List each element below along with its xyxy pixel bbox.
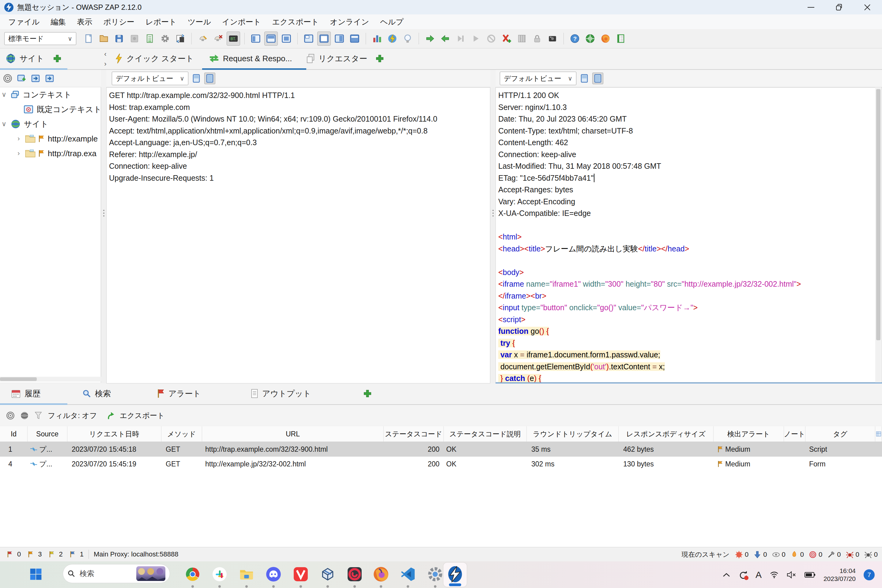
persist-session-icon[interactable]: [112, 32, 126, 46]
menu-item-編集[interactable]: 編集: [51, 17, 66, 27]
tab-request-response[interactable]: Request & Respo...: [209, 48, 292, 69]
export-context-icon[interactable]: [45, 74, 54, 83]
windows-start-button[interactable]: [26, 564, 46, 584]
column-header-1[interactable]: Id: [0, 426, 28, 442]
taskbar-explorer-icon[interactable]: [237, 564, 256, 584]
tabs-expand-icon[interactable]: [317, 32, 331, 46]
alerts-low-flag[interactable]: 2: [49, 550, 63, 558]
tray-ime-indicator[interactable]: A: [756, 570, 762, 580]
taskbar-virtualbox-icon[interactable]: [318, 564, 338, 584]
sites-tree-panel[interactable]: ∨ コンテキスト 既定コンテキスト ∨ サイト › http://example…: [0, 87, 101, 383]
request-view-full-button[interactable]: [204, 73, 215, 84]
burst-scan-icon[interactable]: 0: [735, 550, 748, 559]
import-context-icon[interactable]: [31, 74, 40, 83]
tree-item-default-context[interactable]: 既定コンテキスト: [0, 102, 101, 117]
tray-sync-icon[interactable]: [738, 570, 747, 579]
edit-breakpoint-icon[interactable]: [196, 32, 210, 46]
mode-select[interactable]: 標準モード ∨: [4, 32, 76, 45]
taskbar-search-input[interactable]: 検索: [63, 564, 170, 583]
tree-item-site-example[interactable]: › http://example: [0, 131, 101, 146]
filter-grid-icon[interactable]: [515, 32, 529, 46]
attack-scan-icon[interactable]: 0: [827, 550, 841, 559]
tree-hscrollbar[interactable]: [0, 376, 101, 382]
request-response-splitter[interactable]: [490, 87, 495, 383]
session-properties-icon[interactable]: [143, 32, 156, 46]
minimize-button[interactable]: [797, 0, 825, 14]
menu-item-ポリシー[interactable]: ポリシー: [103, 17, 135, 27]
spider-refresh-icon[interactable]: [386, 32, 399, 46]
taskbar-slack-icon[interactable]: [210, 564, 230, 584]
drop-icon[interactable]: [484, 32, 498, 46]
show-tree-icon[interactable]: [370, 32, 384, 46]
camera-icon[interactable]: [546, 32, 559, 46]
open-session-icon[interactable]: [97, 32, 111, 46]
flame-scan-icon[interactable]: 0: [790, 550, 804, 559]
request-view-split-button[interactable]: [191, 73, 202, 84]
tray-wifi-icon[interactable]: [770, 571, 779, 579]
new-session-icon[interactable]: [82, 32, 95, 46]
taskbar-vscode-icon[interactable]: [398, 564, 418, 584]
notes-icon[interactable]: [614, 32, 627, 46]
tree-item-contexts[interactable]: ∨ コンテキスト: [0, 87, 101, 102]
chevron-expanded-icon[interactable]: ∨: [0, 91, 8, 99]
column-header-9[interactable]: レスポンスボディサイズ: [619, 426, 714, 442]
tab-requester[interactable]: リクエスター: [306, 48, 367, 69]
chevron-collapsed-icon[interactable]: ›: [15, 150, 22, 158]
taskbar-discord-icon[interactable]: [264, 564, 283, 584]
funnel-icon[interactable]: [34, 411, 42, 420]
response-vscrollbar[interactable]: [875, 87, 881, 382]
spider-scan-icon[interactable]: 0: [846, 550, 860, 559]
tray-clock[interactable]: 16:04 2023/07/20: [824, 567, 856, 583]
notification-badge[interactable]: 7: [864, 569, 874, 580]
response-view-full-button[interactable]: [592, 73, 603, 84]
chevron-expanded-icon[interactable]: ∨: [0, 120, 8, 128]
tab-alerts[interactable]: アラート: [157, 383, 201, 404]
taskbar-firefox-icon[interactable]: [371, 564, 391, 584]
layout-above-icon[interactable]: [264, 32, 278, 46]
continue-icon[interactable]: [469, 32, 483, 46]
column-header-5[interactable]: URL: [202, 426, 384, 442]
request-editor[interactable]: GET http://trap.example.com/32/32-900.ht…: [106, 87, 490, 383]
restore-button[interactable]: [825, 0, 853, 14]
break-add-icon[interactable]: [500, 32, 513, 46]
response-view-select[interactable]: デフォルトビュー ∨: [500, 72, 576, 85]
table-options-icon[interactable]: [875, 426, 882, 442]
break-tab-icon[interactable]: BT.: [226, 32, 240, 46]
alerts-info-flag[interactable]: 1: [69, 550, 84, 558]
new-context-icon[interactable]: [16, 74, 26, 83]
menu-item-ファイル[interactable]: ファイル: [8, 17, 39, 27]
tab-sites[interactable]: サイト: [6, 48, 44, 69]
tab-quick-start[interactable]: クイック スタート: [115, 48, 194, 69]
open-browser-icon[interactable]: [599, 32, 612, 46]
tray-volume-muted-icon[interactable]: [787, 571, 796, 579]
export-label[interactable]: エクスポート: [120, 411, 165, 420]
tree-item-sites[interactable]: ∨ サイト: [0, 117, 101, 131]
table-row[interactable]: 1プ...2023/07/20 15:45:18GEThttp://trap.e…: [0, 442, 882, 457]
menu-item-エクスポート[interactable]: エクスポート: [272, 17, 319, 27]
chevron-collapsed-icon[interactable]: ›: [15, 135, 22, 143]
taskbar-settings-icon[interactable]: [425, 564, 445, 584]
ajax-spider-icon[interactable]: 0: [753, 550, 767, 559]
add-sites-tab-button[interactable]: [52, 48, 62, 69]
tab-history[interactable]: 履歴: [11, 383, 40, 404]
tray-battery-icon[interactable]: [804, 572, 816, 578]
response-editor[interactable]: HTTP/1.1 200 OKServer: nginx/1.10.3Date:…: [495, 87, 882, 382]
response-view-split-button[interactable]: [579, 73, 590, 84]
menu-item-インポート[interactable]: インポート: [222, 17, 261, 27]
target-filter-icon[interactable]: [3, 74, 12, 83]
alerts-high-flag[interactable]: 0: [7, 550, 21, 558]
tab-output[interactable]: アウトプット: [250, 383, 311, 404]
menu-item-ツール[interactable]: ツール: [188, 17, 211, 27]
tree-splitter[interactable]: [101, 87, 106, 383]
alerts-medium-flag[interactable]: 3: [28, 550, 42, 558]
column-header-6[interactable]: ステータスコード: [384, 426, 444, 442]
tab-scroll-arrows[interactable]: ‹›: [102, 50, 109, 68]
menu-item-ヘルプ[interactable]: ヘルプ: [380, 17, 404, 27]
remove-breakpoints-icon[interactable]: [212, 32, 225, 46]
column-header-2[interactable]: Source: [28, 426, 68, 442]
column-header-7[interactable]: ステータスコード説明: [444, 426, 527, 442]
tabs-compact-icon[interactable]: [302, 32, 315, 46]
target-scan-icon[interactable]: 0: [809, 550, 822, 559]
menu-item-オンライン[interactable]: オンライン: [330, 17, 369, 27]
search-highlight-image[interactable]: [136, 566, 165, 581]
